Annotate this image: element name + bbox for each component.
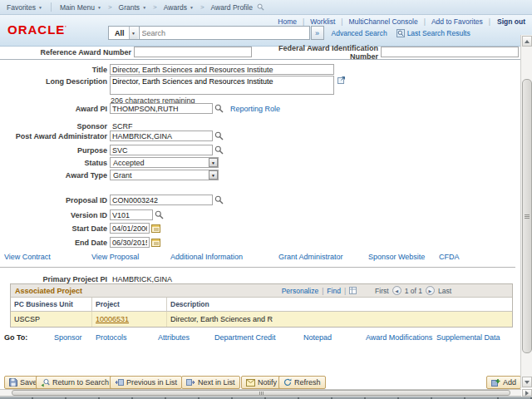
goto-supplemental-data-link[interactable]: Supplemental Data: [436, 333, 500, 342]
utility-separator: |: [303, 17, 304, 26]
pager-first-label[interactable]: First: [375, 287, 389, 295]
lookup-icon[interactable]: [155, 210, 164, 219]
search-input[interactable]: [140, 26, 310, 40]
goto-notepad-link[interactable]: Notepad: [303, 333, 332, 342]
purpose-input[interactable]: [110, 145, 213, 155]
breadcrumb-awards[interactable]: Awards ▼: [164, 3, 194, 12]
utility-separator: |: [341, 17, 342, 26]
breadcrumb-favorites[interactable]: Favorites ▼: [7, 3, 42, 12]
return-to-search-label: Return to Search: [52, 378, 109, 387]
title-input[interactable]: [110, 64, 334, 75]
grant-administrator-link[interactable]: Grant Administrator: [278, 253, 343, 261]
grid-tools-separator: |: [322, 287, 323, 295]
next-in-list-button[interactable]: Next in List: [181, 376, 240, 389]
calendar-icon[interactable]: [151, 238, 160, 247]
scroll-right-button[interactable]: [522, 389, 532, 397]
start-date-row: Start Date: [0, 223, 160, 234]
award-pi-label: Award PI: [0, 105, 110, 113]
vertical-scrollbar-thumb[interactable]: [522, 79, 532, 353]
refresh-icon: [283, 378, 292, 387]
scroll-up-button[interactable]: [522, 36, 532, 47]
advanced-search-link[interactable]: Advanced Search: [332, 29, 387, 37]
add-to-favorites-link[interactable]: Add to Favorites: [431, 17, 483, 26]
lookup-icon[interactable]: [214, 131, 224, 140]
breadcrumb-grants[interactable]: Grants ▼: [119, 3, 146, 12]
view-proposal-link[interactable]: View Proposal: [91, 253, 139, 261]
award-type-label: Award Type: [0, 171, 110, 180]
breadcrumb-awards-label: Awards: [164, 3, 187, 12]
status-select[interactable]: Accepted ▼: [110, 157, 219, 168]
end-date-input[interactable]: [110, 237, 150, 248]
horizontal-scrollbar[interactable]: [0, 389, 521, 397]
lookup-icon[interactable]: [214, 104, 224, 113]
download-grid-icon[interactable]: [349, 287, 357, 294]
personalize-link[interactable]: Personalize: [282, 287, 318, 295]
search-submit-button[interactable]: »: [311, 26, 324, 40]
start-date-input[interactable]: [110, 223, 150, 234]
previous-in-list-label: Previous in List: [126, 378, 177, 387]
award-type-select[interactable]: Grant ▼: [110, 170, 219, 180]
goto-award-modifications-link[interactable]: Award Modifications: [366, 333, 432, 342]
header: ORACLE' Home | Worklist | MultiChannel C…: [0, 15, 532, 47]
expand-zoom-icon[interactable]: [337, 76, 346, 84]
status-row: Status Accepted ▼: [0, 157, 219, 168]
worklist-link[interactable]: Worklist: [310, 17, 335, 26]
vertical-scrollbar[interactable]: [520, 35, 532, 388]
notify-button[interactable]: Notify: [241, 376, 282, 389]
proposal-id-row: Proposal ID: [0, 195, 224, 205]
table-row: USCSP 10006531 Director, Earth Sciences …: [11, 312, 512, 327]
version-id-input[interactable]: [110, 209, 153, 220]
multichannel-console-link[interactable]: MultiChannel Console: [349, 17, 418, 26]
pager-previous-button[interactable]: ◀: [392, 286, 401, 295]
goto-attributes-link[interactable]: Attributes: [158, 333, 190, 342]
proposal-id-label: Proposal ID: [0, 196, 110, 204]
save-disk-icon: [9, 378, 17, 387]
scroll-down-button[interactable]: [522, 377, 532, 387]
go-to-label: Go To:: [4, 333, 27, 342]
chevron-down-icon: ▼: [142, 5, 146, 10]
cfda-link[interactable]: CFDA: [439, 253, 460, 261]
goto-protocols-link[interactable]: Protocols: [96, 333, 127, 342]
reporting-role-link[interactable]: Reporting Role: [230, 105, 280, 113]
lookup-icon[interactable]: [214, 145, 224, 155]
oracle-logo: ORACLE': [7, 22, 67, 37]
additional-information-link[interactable]: Additional Information: [170, 253, 243, 261]
calendar-icon[interactable]: [151, 224, 160, 233]
lookup-icon[interactable]: [214, 195, 224, 204]
previous-in-list-button[interactable]: Previous in List: [110, 376, 182, 389]
return-to-search-button[interactable]: Return to Search: [36, 376, 114, 389]
horizontal-scrollbar-thumb[interactable]: [12, 390, 510, 396]
column-header-description: Description: [167, 298, 512, 311]
grid-header-bar: Associated Project Personalize | Find | …: [11, 284, 512, 298]
breadcrumb-main-menu[interactable]: Main Menu ▼: [60, 3, 101, 12]
project-link[interactable]: 10006531: [96, 315, 129, 323]
proposal-id-input[interactable]: [110, 195, 213, 205]
long-description-textarea[interactable]: Director, Earth Sciences and Resources I…: [110, 76, 334, 95]
pager-next-button[interactable]: ▶: [426, 286, 435, 295]
home-link[interactable]: Home: [278, 17, 297, 26]
refresh-button[interactable]: Refresh: [278, 376, 326, 389]
award-pi-input[interactable]: [110, 103, 213, 114]
cell-pc-business-unit: USCSP: [11, 312, 92, 327]
find-link[interactable]: Find: [327, 287, 341, 295]
purpose-label: Purpose: [0, 146, 110, 155]
goto-department-credit-link[interactable]: Department Credit: [214, 333, 276, 342]
column-header-project: Project: [92, 298, 167, 311]
post-award-administrator-row: Post Award Administrator: [0, 131, 224, 141]
add-button[interactable]: Add: [486, 376, 521, 389]
pager-last-label[interactable]: Last: [438, 287, 451, 295]
goto-sponsor-link[interactable]: Sponsor: [54, 333, 82, 342]
federal-award-id-input[interactable]: [381, 47, 519, 57]
sponsor-website-link[interactable]: Sponsor Website: [368, 253, 425, 261]
post-award-administrator-input[interactable]: [110, 131, 213, 141]
view-contract-link[interactable]: View Contract: [4, 253, 51, 261]
version-id-row: Version ID: [0, 209, 164, 220]
utility-links: Home | Worklist | MultiChannel Console |…: [272, 17, 525, 26]
award-pi-row: Award PI Reporting Role: [0, 103, 280, 114]
award-type-row: Award Type Grant ▼: [0, 170, 219, 180]
title-label: Title: [0, 66, 110, 74]
reference-award-number-input[interactable]: [134, 47, 252, 57]
last-search-results-link[interactable]: Last Search Results: [407, 29, 470, 37]
search-scope-select[interactable]: All ▼: [108, 26, 140, 40]
sign-out-link[interactable]: Sign out: [497, 17, 525, 26]
